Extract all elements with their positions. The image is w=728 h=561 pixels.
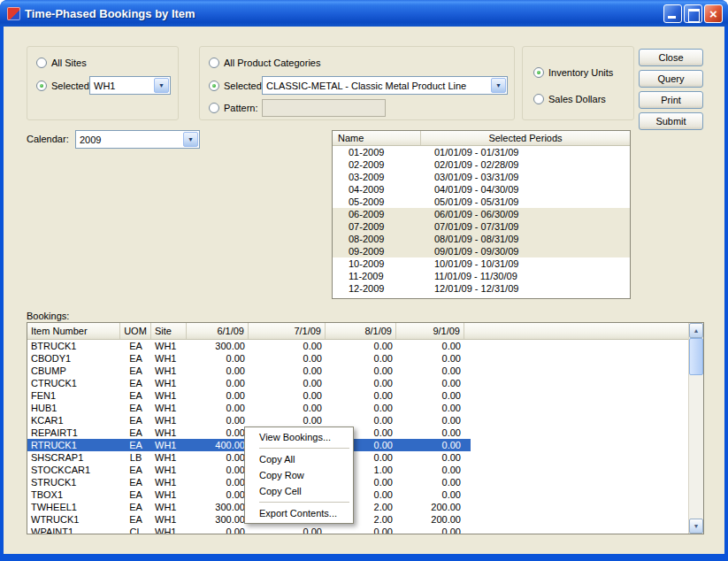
column-header-period-4[interactable]: 9/1/09 (396, 323, 464, 339)
period-row[interactable]: 12-2009 12/01/09 - 12/31/09 (333, 282, 630, 295)
cell-value-1: 300.00 (187, 501, 249, 513)
period-range: 10/01/09 - 10/31/09 (421, 258, 518, 269)
cell-value-4: 200.00 (396, 513, 464, 526)
bookings-header: Item Number UOM Site 6/1/09 7/1/09 8/1/0… (27, 323, 703, 340)
period-row[interactable]: 03-2009 03/01/09 - 03/31/09 (333, 171, 630, 183)
all-sites-radio[interactable]: All Sites (36, 57, 87, 69)
cell-uom: EA (120, 365, 151, 377)
cell-value-4: 0.00 (396, 439, 464, 451)
inventory-units-radio[interactable]: Inventory Units (533, 66, 613, 79)
scroll-up-icon[interactable]: ▲ (689, 323, 703, 338)
all-sites-label: All Sites (51, 58, 87, 68)
cell-site: WH1 (151, 402, 187, 414)
minimize-icon[interactable] (663, 4, 682, 23)
period-row[interactable]: 05-2009 05/01/09 - 05/31/09 (333, 196, 630, 208)
period-range: 11/01/09 - 11/30/09 (421, 271, 517, 281)
sales-dollars-radio[interactable]: Sales Dollars (533, 93, 606, 105)
table-row[interactable]: FEN1 EA WH1 0.00 0.00 0.00 0.00 (27, 389, 471, 402)
close-button[interactable]: Close (639, 49, 703, 66)
close-icon[interactable]: × (704, 4, 723, 23)
print-button[interactable]: Print (639, 91, 703, 109)
table-row[interactable]: CBODY1 EA WH1 0.00 0.00 0.00 0.00 (27, 352, 471, 365)
column-header-site[interactable]: Site (151, 323, 187, 339)
cell-site: WH1 (151, 340, 187, 352)
chevron-down-icon[interactable]: ▼ (154, 78, 169, 93)
column-header-period-2[interactable]: 7/1/09 (249, 323, 326, 339)
column-header-period-3[interactable]: 8/1/09 (326, 323, 396, 339)
column-header-item-number[interactable]: Item Number (27, 323, 120, 339)
cell-value-3: 0.00 (326, 377, 396, 389)
period-range: 01/01/09 - 01/31/09 (421, 147, 518, 158)
cell-uom: EA (120, 464, 151, 476)
calendar-dropdown[interactable]: 2009 ▼ (75, 130, 200, 149)
units-group: Inventory Units Sales Dollars (522, 46, 634, 120)
column-header-selected-periods[interactable]: Selected Periods (421, 131, 630, 145)
cell-item-number: HUB1 (27, 402, 120, 414)
period-name: 05-2009 (333, 196, 421, 207)
all-categories-radio[interactable]: All Product Categories (209, 57, 320, 69)
cell-value-1: 0.00 (187, 427, 249, 439)
cell-item-number: STRUCK1 (27, 476, 120, 488)
pattern-radio[interactable]: Pattern: (209, 102, 258, 114)
bookings-label: Bookings: (27, 311, 69, 321)
vertical-scrollbar[interactable]: ▲ ▼ (688, 323, 703, 534)
cell-item-number: WPAINT1 (27, 526, 120, 534)
table-row[interactable]: KCAR1 EA WH1 0.00 0.00 0.00 0.00 (27, 414, 471, 427)
period-name: 12-2009 (333, 283, 421, 294)
pattern-input (262, 99, 386, 117)
period-row[interactable]: 10-2009 10/01/09 - 10/31/09 (333, 257, 630, 270)
period-name: 09-2009 (333, 246, 421, 257)
menu-item[interactable] (259, 448, 349, 449)
submit-button[interactable]: Submit (639, 112, 703, 130)
cell-value-4: 0.00 (396, 451, 464, 464)
scroll-down-icon[interactable]: ▼ (689, 519, 703, 534)
period-row[interactable]: 04-2009 04/01/09 - 04/30/09 (333, 183, 630, 196)
period-row[interactable]: 06-2009 06/01/09 - 06/30/09 (333, 208, 630, 220)
period-row[interactable]: 11-2009 11/01/09 - 11/30/09 (333, 270, 630, 282)
maximize-icon[interactable] (684, 4, 702, 23)
scrollbar-thumb[interactable] (689, 338, 703, 375)
selected-category-radio[interactable]: Selected: (209, 80, 264, 92)
period-range: 04/01/09 - 04/30/09 (421, 184, 518, 195)
selected-site-radio[interactable]: Selected: (36, 80, 92, 92)
menu-item[interactable]: View Bookings... (247, 429, 351, 445)
column-header-filler (464, 323, 703, 339)
cell-value-2: 0.00 (249, 402, 326, 414)
column-header-name[interactable]: Name (333, 131, 421, 145)
period-row[interactable]: 08-2009 08/01/09 - 08/31/09 (333, 233, 630, 245)
table-row[interactable]: HUB1 EA WH1 0.00 0.00 0.00 0.00 (27, 402, 471, 414)
table-row[interactable]: CBUMP EA WH1 0.00 0.00 0.00 0.00 (27, 365, 471, 377)
menu-item[interactable]: Copy All (247, 451, 351, 467)
sales-dollars-label: Sales Dollars (548, 94, 606, 104)
table-row[interactable]: CTRUCK1 EA WH1 0.00 0.00 0.00 0.00 (27, 377, 471, 389)
cell-uom: EA (120, 340, 151, 352)
period-row[interactable]: 07-2009 07/01/09 - 07/31/09 (333, 220, 630, 233)
menu-item[interactable]: Copy Cell (247, 483, 351, 499)
query-button[interactable]: Query (639, 70, 703, 88)
chevron-down-icon[interactable]: ▼ (491, 78, 506, 93)
periods-header: Name Selected Periods (333, 131, 630, 146)
column-header-period-1[interactable]: 6/1/09 (187, 323, 249, 339)
period-row[interactable]: 01-2009 01/01/09 - 01/31/09 (333, 146, 630, 158)
cell-value-4: 0.00 (396, 414, 464, 427)
table-row[interactable]: BTRUCK1 EA WH1 300.00 0.00 0.00 0.00 (27, 340, 471, 352)
title-bar: Time-Phased Bookings by Item × (0, 0, 728, 27)
chevron-down-icon[interactable]: ▼ (183, 132, 198, 147)
cell-value-3: 0.00 (326, 402, 396, 414)
cell-uom: EA (120, 513, 151, 526)
period-row[interactable]: 09-2009 09/01/09 - 09/30/09 (333, 245, 630, 257)
site-dropdown[interactable]: WH1 ▼ (89, 76, 171, 95)
selected-category-label: Selected: (224, 81, 264, 91)
menu-item[interactable]: Export Contents... (247, 505, 351, 521)
cell-uom: EA (120, 439, 151, 451)
window-content: All Sites Selected: WH1 ▼ All Product Ca… (4, 27, 724, 554)
cell-item-number: CBUMP (27, 365, 120, 377)
category-dropdown[interactable]: CLASSIC-METAL - Classic Metal Product Li… (262, 76, 508, 95)
column-header-uom[interactable]: UOM (120, 323, 151, 339)
menu-item[interactable]: Copy Row (247, 467, 351, 483)
period-row[interactable]: 02-2009 02/01/09 - 02/28/09 (333, 158, 630, 171)
menu-item[interactable] (259, 502, 349, 503)
menu-item-label: Copy Cell (259, 486, 302, 496)
periods-table: Name Selected Periods 01-2009 01/01/09 -… (332, 130, 631, 299)
table-row[interactable]: WPAINT1 CL WH1 0.00 0.00 0.00 0.00 (27, 526, 471, 534)
